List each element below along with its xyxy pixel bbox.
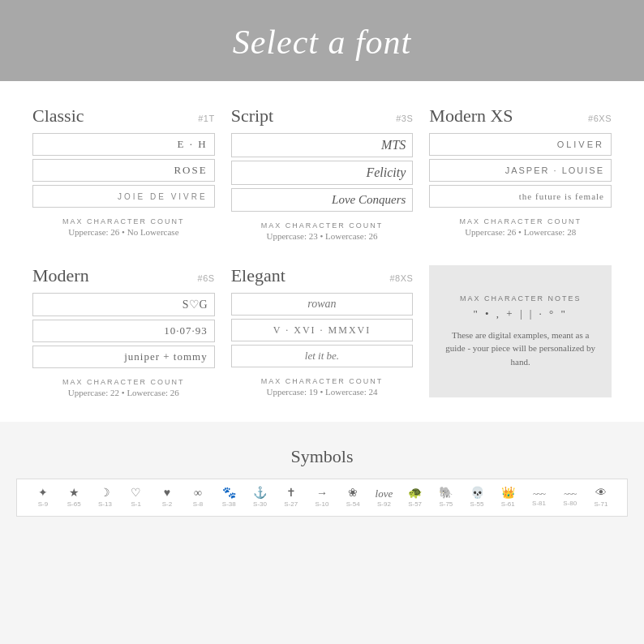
symbol-icon-s1: ♡ (131, 487, 141, 499)
symbol-icon-s54: ❀ (348, 487, 358, 499)
font-sample-text-modern-2: 10·07·93 (164, 324, 208, 337)
font-code-modern: #6S (198, 273, 215, 283)
font-card-classic: Classic #1T E · H ROSE JOIE DE VIVRE MAX… (32, 105, 215, 241)
symbol-item-s65: ★ S-65 (59, 487, 88, 508)
symbol-icon-s92: love (376, 488, 393, 499)
symbol-code-s8: S-8 (193, 500, 203, 508)
symbol-code-s27: S-27 (284, 500, 298, 508)
symbol-item-s61: 👑 S-61 (493, 487, 522, 508)
symbol-item-s27: ✝ S-27 (277, 487, 306, 508)
font-sample-text-modern-1: S♡G (182, 298, 208, 311)
font-card-header-modernxs: Modern XS #6XS (429, 105, 612, 127)
symbol-item-s57: 🐢 S-57 (401, 487, 430, 508)
symbol-item-s81: ~~~ S-81 (525, 489, 554, 507)
symbol-icon-s80: ~~~ (564, 489, 576, 498)
font-sample-text-modernxs-3: the future is female (519, 191, 604, 201)
symbol-item-s10: → S-10 (307, 487, 337, 508)
symbol-code-s57: S-57 (408, 500, 422, 508)
symbol-code-s55: S-55 (470, 500, 484, 508)
font-sample-classic-3: JOIE DE VIVRE (32, 185, 215, 208)
font-sample-modern-1: S♡G (32, 293, 215, 316)
symbol-code-s38: S-38 (222, 500, 236, 508)
symbol-icon-s65: ★ (69, 487, 79, 499)
symbol-icon-s10: → (316, 487, 328, 499)
symbol-item-s1: ♡ S-1 (122, 487, 151, 508)
char-count-values-script: Uppercase: 23 • Lowercase: 26 (231, 231, 414, 241)
font-sample-script-1: MTS (231, 133, 414, 157)
font-code-modernxs: #6XS (588, 114, 612, 123)
main-content: Classic #1T E · H ROSE JOIE DE VIVRE MAX… (0, 81, 644, 422)
font-sample-text-elegant-2: V · XVI · MMXVI (273, 324, 371, 337)
symbol-icon-s13: ☽ (100, 487, 110, 499)
font-card-header-modern: Modern #6S (32, 265, 215, 286)
header-section: Select a font (0, 0, 644, 81)
font-name-modernxs: Modern XS (429, 105, 513, 127)
font-sample-modern-2: 10·07·93 (32, 320, 215, 342)
font-sample-text-modernxs-2: JASPER · LOUISE (505, 165, 604, 175)
symbol-icon-s81: ~~~ (533, 489, 545, 498)
symbol-item-s13: ☽ S-13 (90, 487, 119, 508)
font-sample-classic-2: ROSE (32, 159, 215, 182)
font-sample-text-elegant-3: let it be. (305, 350, 339, 363)
symbols-row: ✦ S-9 ★ S-65 ☽ S-13 ♡ S-1 ♥ S-2 ∞ S-8 (28, 487, 616, 508)
char-count-label-modern: MAX CHARACTER COUNT (32, 378, 215, 386)
font-sample-text-modern-3: juniper + tommy (124, 350, 208, 363)
symbol-icon-s71: 👁 (595, 487, 607, 499)
symbol-icon-s9: ✦ (38, 487, 48, 499)
font-sample-text-classic-2: ROSE (174, 164, 207, 177)
symbol-code-s10: S-10 (316, 500, 329, 508)
char-count-label-script: MAX CHARACTER COUNT (231, 221, 414, 230)
font-sample-modernxs-2: JASPER · LOUISE (429, 159, 612, 182)
font-sample-elegant-3: let it be. (231, 345, 414, 367)
symbol-code-s30: S-30 (253, 500, 267, 508)
symbol-item-s55: 💀 S-55 (462, 487, 492, 508)
char-count-label-modernxs: MAX CHARACTER COUNT (429, 217, 612, 225)
font-name-modern: Modern (32, 265, 89, 286)
char-count-modern: MAX CHARACTER COUNT Uppercase: 22 • Lowe… (32, 378, 215, 397)
symbol-code-s9: S-9 (38, 500, 48, 508)
symbol-code-s92: S-92 (377, 500, 391, 508)
notes-title: MAX CHARACTER NOTES (460, 294, 582, 303)
font-sample-text-script-2: Felicity (366, 165, 406, 180)
symbol-item-s8: ∞ S-8 (183, 487, 213, 508)
font-sample-text-script-1: MTS (381, 138, 406, 152)
char-count-classic: MAX CHARACTER COUNT Uppercase: 26 • No L… (32, 217, 215, 237)
font-sample-classic-1: E · H (32, 133, 215, 156)
font-card-header-classic: Classic #1T (32, 105, 215, 127)
font-sample-elegant-1: rowan (231, 293, 414, 316)
font-sample-script-2: Felicity (231, 161, 414, 185)
symbol-code-s1: S-1 (131, 500, 140, 508)
symbol-item-s75: 🐘 S-75 (431, 487, 461, 508)
font-sample-elegant-2: V · XVI · MMXVI (231, 319, 414, 341)
char-count-values-classic: Uppercase: 26 • No Lowercase (32, 227, 215, 237)
font-name-elegant: Elegant (231, 265, 286, 286)
symbol-icon-s61: 👑 (501, 487, 515, 499)
symbol-code-s65: S-65 (67, 500, 81, 508)
font-code-script: #3S (396, 114, 413, 123)
font-code-elegant: #8XS (389, 273, 413, 283)
symbols-section: Symbols ✦ S-9 ★ S-65 ☽ S-13 ♡ S-1 ♥ S-2 (0, 430, 644, 530)
font-grid-bottom: Modern #6S S♡G 10·07·93 juniper + tommy … (32, 265, 612, 397)
font-sample-modernxs-3: the future is female (429, 185, 612, 208)
char-count-values-elegant: Uppercase: 19 • Lowercase: 24 (231, 387, 414, 397)
symbol-item-s30: ⚓ S-30 (246, 487, 275, 508)
symbols-container: ✦ S-9 ★ S-65 ☽ S-13 ♡ S-1 ♥ S-2 ∞ S-8 (16, 479, 628, 517)
notes-card: MAX CHARACTER NOTES " • , + | | · ° " Th… (429, 265, 612, 397)
font-card-header-script: Script #3S (231, 105, 414, 127)
page-title: Select a font (16, 23, 628, 62)
symbol-icon-s75: 🐘 (439, 487, 453, 499)
font-grid-top: Classic #1T E · H ROSE JOIE DE VIVRE MAX… (32, 105, 612, 241)
font-sample-text-elegant-1: rowan (307, 298, 336, 311)
symbol-code-s75: S-75 (439, 500, 453, 508)
font-card-elegant: Elegant #8XS rowan V · XVI · MMXVI let i… (231, 265, 414, 397)
symbol-icon-s55: 💀 (470, 487, 484, 499)
font-sample-modern-3: juniper + tommy (32, 346, 215, 368)
char-count-script: MAX CHARACTER COUNT Uppercase: 23 • Lowe… (231, 221, 414, 241)
symbol-code-s80: S-80 (563, 500, 577, 507)
font-name-script: Script (231, 105, 274, 127)
font-card-header-elegant: Elegant #8XS (231, 265, 414, 286)
symbol-item-s2: ♥ S-2 (152, 487, 182, 508)
char-count-label-classic: MAX CHARACTER COUNT (32, 217, 215, 225)
font-card-modern: Modern #6S S♡G 10·07·93 juniper + tommy … (32, 265, 215, 397)
symbol-icon-s38: 🐾 (222, 487, 236, 499)
